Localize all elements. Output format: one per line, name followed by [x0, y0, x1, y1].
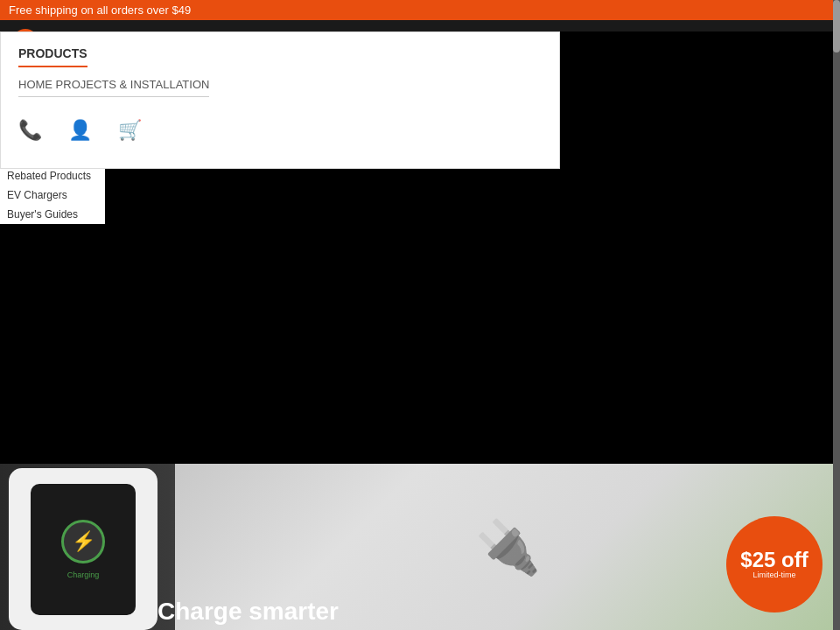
products-nav-label[interactable]: PRODUCTS	[18, 46, 88, 67]
car-plug-icon: 🔌	[475, 516, 541, 578]
sidebar-item-buyers-guides[interactable]: Buyer's Guides	[0, 205, 105, 224]
phone-icon[interactable]: 📞	[18, 119, 42, 142]
hero-text: Charge smarter	[158, 598, 339, 626]
hero-phone-label: Charging	[67, 570, 100, 579]
scrollbar-thumb[interactable]	[833, 0, 840, 52]
cart-icon[interactable]: 🛒	[118, 119, 142, 142]
free-shipping-banner: Free shipping on all orders over $49	[0, 0, 840, 20]
sidebar-item-rebated-products[interactable]: Rebated Products	[0, 166, 105, 186]
badge-amount: $25 off	[740, 550, 808, 570]
user-icon[interactable]: 👤	[68, 119, 92, 142]
nav-icons: 📞 👤 🛒	[18, 110, 542, 150]
hero-phone-bolt-icon: ⚡	[61, 520, 105, 564]
bolt-icon: ⚡	[72, 530, 95, 553]
black-area	[560, 32, 840, 342]
home-projects-label[interactable]: HOME PROJECTS & INSTALLATION	[18, 78, 209, 97]
sidebar-item-ev-chargers[interactable]: EV Chargers	[0, 186, 105, 205]
nav-dropdown: PRODUCTS HOME PROJECTS & INSTALLATION 📞 …	[0, 32, 560, 169]
badge-limited: Limited-time	[752, 570, 795, 579]
hero-phone-screen: ⚡ Charging	[31, 484, 136, 615]
scrollbar[interactable]	[833, 0, 840, 630]
banner-text: Free shipping on all orders over $49	[9, 4, 191, 17]
hero-phone-mockup: ⚡ Charging	[9, 468, 158, 630]
hero-section: ⚡ Charging 🔌 $25 off Limited-time Charge…	[0, 464, 840, 630]
hero-discount-badge: $25 off Limited-time	[726, 516, 822, 612]
